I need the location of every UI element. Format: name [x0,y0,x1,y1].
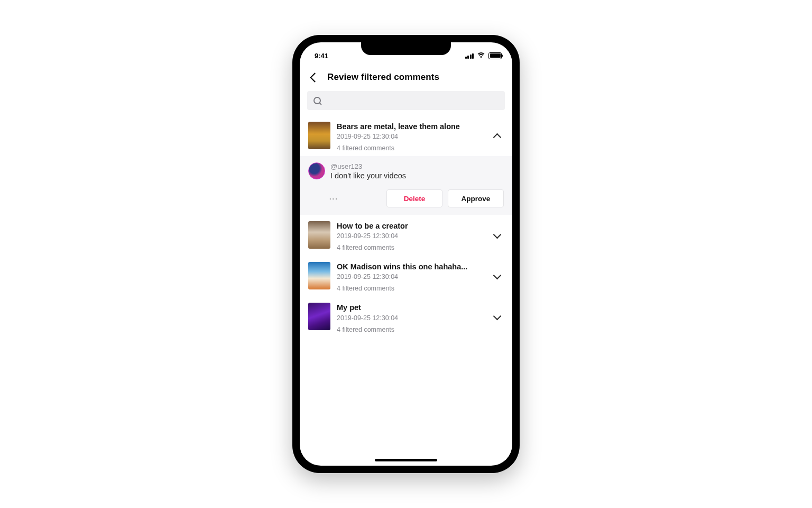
chevron-up-icon [493,133,501,141]
video-item[interactable]: Bears are metal, leave them alone 2019-0… [300,115,512,156]
filtered-count: 4 filtered comments [337,244,504,251]
video-title: My pet [337,303,504,312]
filtered-count: 4 filtered comments [337,326,504,333]
collapse-button[interactable] [491,130,503,142]
page-header: Review filtered comments [300,65,512,91]
search-input[interactable] [326,96,499,105]
video-item[interactable]: OK Madison wins this one hahaha... 2019-… [300,256,512,296]
search-icon [313,97,320,104]
filtered-count: 4 filtered comments [337,285,504,292]
screen: 9:41 Review filtered comments [300,42,512,466]
video-thumbnail [308,221,330,249]
expand-button[interactable] [491,270,503,282]
phone-frame: 9:41 Review filtered comments [292,35,520,473]
comment-text: I don't like your videos [330,171,504,180]
video-thumbnail [308,122,330,149]
approve-button[interactable]: Approve [448,189,504,207]
comment-username[interactable]: @user123 [330,162,504,170]
home-indicator[interactable] [375,459,437,461]
video-date: 2019-09-25 12:30:04 [337,232,504,240]
delete-button[interactable]: Delete [386,189,442,207]
video-title: Bears are metal, leave them alone [337,122,504,131]
chevron-down-icon [493,231,501,239]
video-list[interactable]: Bears are metal, leave them alone 2019-0… [300,115,512,466]
video-date: 2019-09-25 12:30:04 [337,133,504,140]
avatar[interactable] [308,162,325,179]
chevron-down-icon [493,271,501,280]
cellular-icon [465,53,474,59]
more-button[interactable]: ··· [329,195,338,202]
search-row [300,91,512,115]
video-item[interactable]: My pet 2019-09-25 12:30:04 4 filtered co… [300,296,512,337]
expand-button[interactable] [491,311,503,323]
battery-icon [488,52,502,59]
status-time: 9:41 [315,52,328,60]
video-thumbnail [308,262,330,289]
video-thumbnail [308,303,330,330]
video-title: How to be a creator [337,221,504,231]
back-button[interactable] [307,70,322,85]
notch [361,42,451,55]
video-item[interactable]: How to be a creator 2019-09-25 12:30:04 … [300,215,512,256]
wifi-icon [477,52,485,59]
video-title: OK Madison wins this one hahaha... [337,262,504,271]
expand-button[interactable] [491,230,503,241]
search-field[interactable] [307,91,505,110]
filtered-count: 4 filtered comments [337,144,504,152]
filtered-comment-panel: @user123 I don't like your videos ··· De… [300,156,512,215]
chevron-down-icon [493,312,501,321]
chevron-left-icon [310,72,319,82]
video-date: 2019-09-25 12:30:04 [337,273,504,280]
video-date: 2019-09-25 12:30:04 [337,314,504,322]
page-title: Review filtered comments [327,72,439,83]
